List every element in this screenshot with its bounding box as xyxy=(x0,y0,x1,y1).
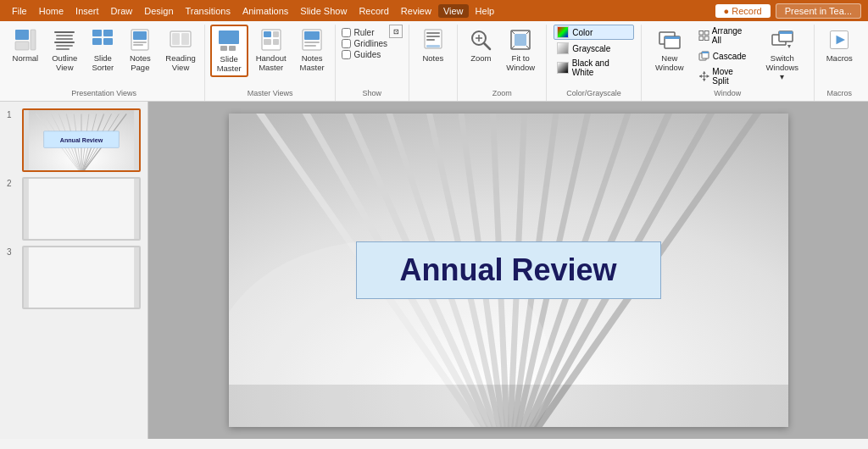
title-bar: File Home Insert Draw Design Transitions… xyxy=(0,0,868,21)
new-window-button[interactable]: NewWindow xyxy=(648,25,691,75)
menu-animations[interactable]: Animations xyxy=(237,4,293,18)
reading-view-label: ReadingView xyxy=(165,53,195,72)
svg-rect-84 xyxy=(29,179,134,239)
menu-review[interactable]: Review xyxy=(396,4,437,18)
svg-rect-30 xyxy=(304,42,320,43)
menu-insert[interactable]: Insert xyxy=(70,4,104,18)
guides-checkbox-item[interactable]: Guides xyxy=(342,50,387,59)
ribbon-group-presentation-views: Normal OutlineView SlideSorter xyxy=(3,25,205,101)
svg-rect-53 xyxy=(704,36,709,41)
slide-sorter-button[interactable]: SlideSorter xyxy=(85,25,120,75)
svg-rect-12 xyxy=(103,38,113,45)
arrange-all-button[interactable]: Arrange All xyxy=(694,25,754,47)
svg-rect-42 xyxy=(515,34,526,46)
svg-rect-3 xyxy=(54,31,75,33)
color-swatch xyxy=(557,26,569,38)
svg-rect-27 xyxy=(273,39,279,45)
switch-windows-label: SwitchWindows ▾ xyxy=(764,53,800,81)
svg-rect-29 xyxy=(304,31,320,40)
svg-rect-5 xyxy=(56,38,73,40)
notes-master-button[interactable]: NotesMaster xyxy=(294,25,331,75)
handout-master-button[interactable]: HandoutMaster xyxy=(250,25,292,75)
menu-home[interactable]: Home xyxy=(34,4,69,18)
menu-record[interactable]: Record xyxy=(353,4,393,18)
outline-view-label: OutlineView xyxy=(52,53,77,72)
menu-file[interactable]: File xyxy=(7,4,32,18)
slide-thumb-3[interactable]: 3 xyxy=(7,246,141,309)
color-options: Color Grayscale Black and White xyxy=(554,25,634,79)
slide-title: Annual Review xyxy=(399,252,616,287)
normal-button[interactable]: Normal xyxy=(7,25,45,66)
guides-checkbox[interactable] xyxy=(342,50,351,59)
ribbon-group-macros: Macros Macros xyxy=(815,25,865,101)
slide-master-label: SlideMaster xyxy=(217,54,242,73)
svg-rect-34 xyxy=(426,36,440,37)
svg-rect-19 xyxy=(181,33,189,45)
window-items: NewWindow Arrange All Cascade Move Split xyxy=(648,25,807,87)
gridlines-checkbox-item[interactable]: Gridlines xyxy=(342,39,387,48)
svg-rect-15 xyxy=(133,42,147,43)
bw-swatch xyxy=(557,62,568,74)
title-bar-right: ● Record Present in Tea... xyxy=(715,3,861,19)
zoom-button[interactable]: Zoom xyxy=(463,25,498,66)
slide-master-button[interactable]: SlideMaster xyxy=(210,25,248,77)
menu-bar: File Home Insert Draw Design Transitions… xyxy=(7,4,499,18)
outline-view-button[interactable]: OutlineView xyxy=(46,25,83,75)
show-dialog-launcher[interactable]: ⊡ xyxy=(389,25,403,38)
reading-view-button[interactable]: ReadingView xyxy=(159,25,201,75)
black-white-option[interactable]: Black and White xyxy=(554,57,634,79)
svg-rect-21 xyxy=(220,46,227,51)
menu-help[interactable]: Help xyxy=(470,4,500,18)
cascade-button[interactable]: Cascade xyxy=(694,48,754,64)
gridlines-checkbox[interactable] xyxy=(342,39,351,48)
svg-rect-14 xyxy=(133,31,147,40)
switch-windows-button[interactable]: SwitchWindows ▾ xyxy=(758,25,806,85)
svg-marker-59 xyxy=(703,71,706,74)
menu-slideshow[interactable]: Slide Show xyxy=(295,4,352,18)
record-button[interactable]: ● Record xyxy=(715,4,771,18)
present-button[interactable]: Present in Tea... xyxy=(776,3,861,19)
color-option[interactable]: Color xyxy=(554,25,634,40)
slide-thumb-2[interactable]: 2 xyxy=(7,177,141,241)
svg-rect-102 xyxy=(229,385,788,427)
svg-marker-61 xyxy=(699,75,702,78)
macros-items: Macros xyxy=(821,25,859,87)
guides-label: Guides xyxy=(354,50,381,59)
ruler-checkbox[interactable] xyxy=(342,28,351,37)
menu-view[interactable]: View xyxy=(438,4,469,18)
svg-rect-25 xyxy=(273,31,279,37)
svg-rect-1 xyxy=(15,42,29,50)
svg-rect-50 xyxy=(699,30,704,35)
menu-transitions[interactable]: Transitions xyxy=(181,4,236,18)
svg-rect-4 xyxy=(56,35,73,36)
slide-number-2: 2 xyxy=(7,177,17,188)
outline-view-icon xyxy=(53,28,76,52)
reading-view-icon xyxy=(169,28,192,52)
move-split-button[interactable]: Move Split xyxy=(694,65,754,87)
macros-label: Macros xyxy=(826,53,853,63)
menu-design[interactable]: Design xyxy=(139,4,178,18)
macros-button[interactable]: Macros xyxy=(821,25,859,66)
slide-title-box: Annual Review xyxy=(356,241,661,299)
title-bar-left: File Home Insert Draw Design Transitions… xyxy=(7,4,499,18)
slide-image-3 xyxy=(22,246,141,309)
ribbon-group-master-views: SlideMaster HandoutMaster NotesMaster Ma… xyxy=(205,25,336,101)
slide-thumb-1[interactable]: 1 xyxy=(7,108,141,172)
notes-button[interactable]: Notes xyxy=(415,25,451,66)
color-items: Color Grayscale Black and White xyxy=(554,25,634,87)
ruler-checkbox-item[interactable]: Ruler xyxy=(342,28,387,37)
fit-to-window-label: Fit toWindow xyxy=(506,53,535,72)
fit-to-window-button[interactable]: Fit toWindow xyxy=(500,25,541,75)
grayscale-option[interactable]: Grayscale xyxy=(554,41,634,56)
ribbon-group-notes: Notes xyxy=(409,25,458,101)
svg-rect-33 xyxy=(426,32,440,34)
svg-text:Annual Review: Annual Review xyxy=(60,137,103,144)
window-group-label: Window xyxy=(714,89,741,99)
slide-panel: 1 xyxy=(0,102,148,439)
show-items: Ruler Gridlines Guides ⊡ xyxy=(342,25,403,87)
notes-page-button[interactable]: NotesPage xyxy=(122,25,158,75)
svg-rect-26 xyxy=(264,39,271,45)
notes-page-icon xyxy=(128,28,152,52)
menu-draw[interactable]: Draw xyxy=(106,4,138,18)
svg-rect-52 xyxy=(699,36,704,41)
